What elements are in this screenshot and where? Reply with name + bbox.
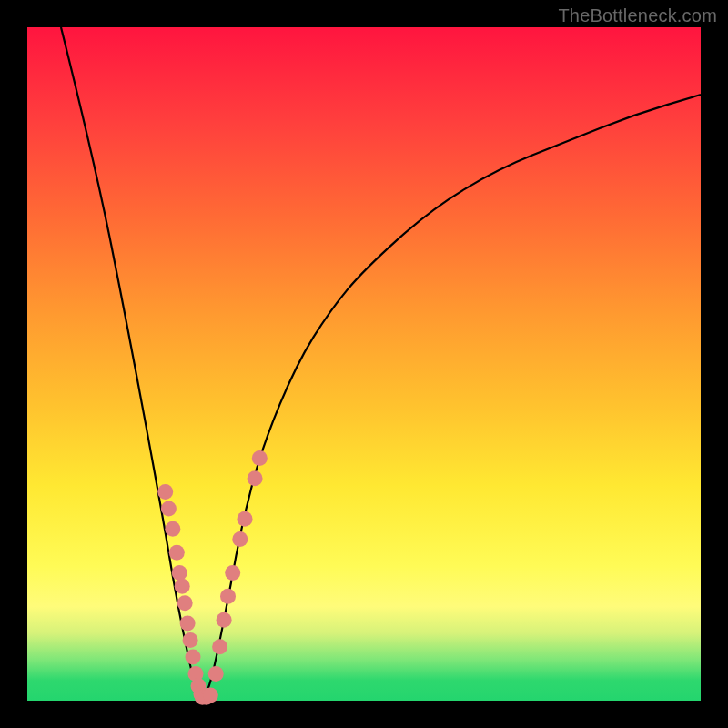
data-point <box>252 450 268 466</box>
data-point <box>203 688 218 703</box>
data-point <box>212 639 228 654</box>
chart-svg <box>27 27 701 701</box>
data-point <box>165 521 180 537</box>
data-point <box>208 666 224 682</box>
data-point <box>225 565 240 581</box>
data-point <box>238 511 253 527</box>
data-point <box>177 595 193 611</box>
data-point <box>180 615 196 631</box>
data-point <box>232 531 248 547</box>
data-point <box>248 470 263 486</box>
data-point <box>161 501 177 517</box>
data-point <box>220 589 236 604</box>
data-point <box>217 612 232 628</box>
data-point <box>186 649 201 664</box>
data-point <box>183 632 198 648</box>
data-point <box>172 565 187 581</box>
bottleneck-curve <box>61 27 701 697</box>
watermark-text: TheBottleneck.com <box>558 5 717 26</box>
data-point <box>169 545 185 561</box>
data-point <box>157 484 173 500</box>
data-point <box>175 579 190 594</box>
